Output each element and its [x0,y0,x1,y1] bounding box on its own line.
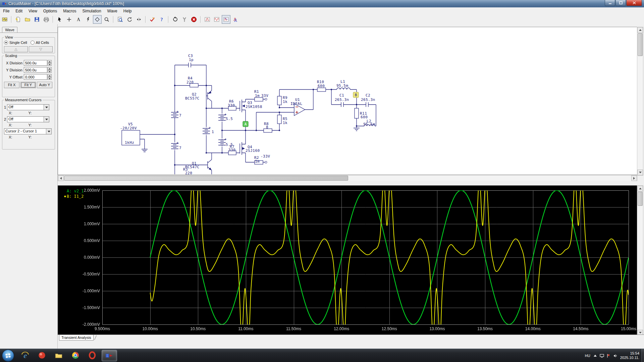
tab-wave[interactable]: Wave [2,27,17,33]
cell-up-button[interactable]: △ [4,46,28,52]
stop-icon[interactable] [190,15,198,24]
component-label[interactable]: 1p [189,58,194,62]
component-label[interactable]: 2SJ160 [246,148,260,153]
circuitmaker-icon[interactable] [102,350,117,361]
mixed-signal-icon[interactable] [222,15,230,24]
digital-scope-icon[interactable] [231,15,240,24]
menu-edit[interactable]: Edit [12,8,25,14]
component-label[interactable]: 1k [283,100,287,104]
scroll-up-arrow[interactable] [637,186,643,191]
waveform-vscrollbar[interactable] [637,185,643,336]
fit-y-button[interactable]: Fit Y [20,82,36,88]
run-simulation-icon[interactable] [148,15,157,24]
scroll-down-arrow[interactable] [637,170,643,175]
menu-file[interactable]: File [0,8,12,14]
scrollbar-thumb[interactable] [638,192,643,206]
open-file-icon[interactable] [23,15,32,24]
opera-icon[interactable] [85,350,100,361]
all-cells-radio[interactable] [31,41,35,45]
x-division-input[interactable] [24,60,47,66]
component-label[interactable]: 330 [228,103,235,108]
probe-tool-icon[interactable] [180,15,189,24]
component-label[interactable]: 600 [318,84,325,88]
mirror-icon[interactable] [135,15,143,24]
component-label[interactable]: 220 [185,171,192,175]
scope-xy-icon[interactable] [203,15,212,24]
cursor1-select[interactable]: Off [7,104,49,110]
component-label[interactable]: 8 [266,125,268,129]
component-r5[interactable] [277,115,281,124]
tray-up-icon[interactable] [593,354,597,358]
component-label[interactable]: 1kHz [125,140,135,145]
component-label[interactable]: 5.5 [226,117,233,121]
internet-explorer-icon[interactable]: e [18,350,33,361]
text-tool-icon[interactable]: A [74,15,83,24]
menu-macros[interactable]: Macros [60,8,79,14]
explorer-icon[interactable] [51,350,66,361]
crosshair-tool-icon[interactable] [65,15,73,24]
maximize-button[interactable] [615,0,626,6]
single-cell-radio[interactable] [4,41,8,45]
scroll-left-arrow[interactable] [58,175,64,181]
component-label[interactable]: -20/20V [120,126,137,130]
pane-splitter[interactable] [58,181,643,185]
help-icon[interactable]: ? [157,15,166,24]
chrome-icon[interactable] [68,350,83,361]
scrollbar-thumb[interactable] [638,33,643,56]
waveform-plot[interactable] [58,186,637,335]
schematic-hscrollbar[interactable] [58,175,637,181]
component-label[interactable]: C1 [339,93,344,98]
select-tool-icon[interactable] [55,15,64,24]
auto-y-button[interactable]: Auto Y [37,82,52,88]
x-division-stepper[interactable] [48,60,52,66]
chevron-down-icon[interactable] [44,105,49,110]
component-r9[interactable] [277,96,281,105]
close-button[interactable] [626,0,642,6]
schematic-capture-icon[interactable] [0,15,9,24]
probe-a[interactable]: A [243,121,248,127]
component-label[interactable]: 1k [283,121,287,125]
component-label[interactable]: 1 [212,130,214,134]
y-offset-stepper[interactable] [48,74,52,80]
component-label[interactable]: 1m [255,159,260,164]
tab-transient-analysis[interactable]: Transient Analysis [59,335,94,341]
component-r1[interactable] [255,98,263,101]
show-desktop-button[interactable] [641,349,644,362]
component-r10[interactable] [317,88,326,92]
scroll-up-arrow[interactable] [637,27,643,33]
component-label[interactable]: 95.5m [363,122,375,126]
component-r11[interactable] [355,108,359,118]
component-label[interactable]: 330 [228,148,235,152]
component-label[interactable]: 95.5m [336,83,348,88]
new-file-icon[interactable] [14,15,22,24]
probe-b[interactable]: B [353,92,359,98]
minimize-button[interactable] [605,0,615,6]
component-label[interactable]: C2 [366,93,370,98]
start-button[interactable] [2,350,14,362]
chevron-down-icon[interactable] [46,129,51,134]
y-division-stepper[interactable] [48,67,52,73]
component-label[interactable]: 220 [186,80,194,84]
component-label[interactable]: BC557C [185,96,200,101]
component-label[interactable]: IDEAL [290,102,303,106]
zoom-tool-icon[interactable] [102,15,111,24]
scroll-right-arrow[interactable] [631,175,637,181]
cell-down-button[interactable]: ▽ [29,46,53,52]
clock[interactable]: 15:54 2025.10.11. [620,351,639,360]
component-label[interactable]: 33V [261,94,268,98]
y-division-input[interactable] [24,67,47,73]
menu-options[interactable]: Options [40,8,60,14]
component-label[interactable]: 7 [179,113,181,118]
print-icon[interactable] [42,15,51,24]
save-icon[interactable] [33,15,41,24]
browse-search-icon[interactable] [116,15,124,24]
menu-view[interactable]: View [25,8,40,14]
fit-x-button[interactable]: Fit X [4,82,19,88]
scrollbar-thumb[interactable] [64,176,348,181]
schematic-vscrollbar[interactable] [637,27,643,176]
tray-volume-icon[interactable] [613,354,618,358]
cursor-diff-select[interactable]: Cursor 2 - Cursor 1 [4,128,52,134]
component-label[interactable]: 2SK1058 [246,105,262,109]
tray-display-icon[interactable] [600,354,604,358]
component-label[interactable]: 7 [179,146,181,150]
